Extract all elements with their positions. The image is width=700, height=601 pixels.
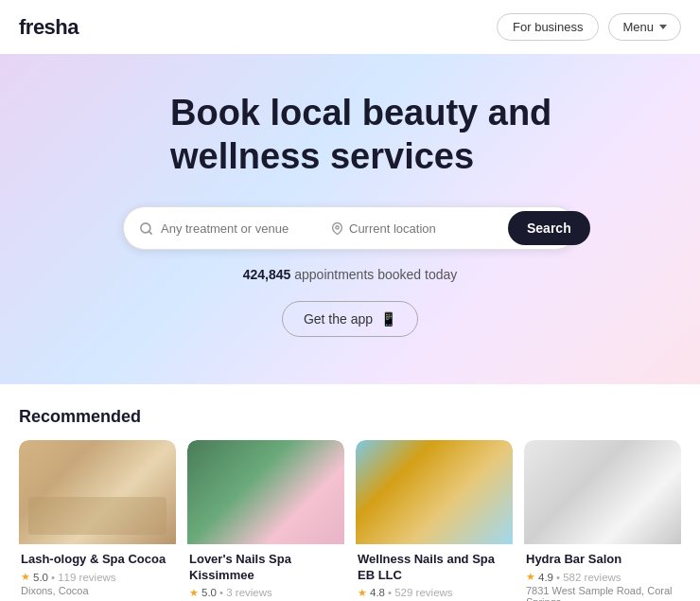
card-item[interactable]: Hydra Bar Salon ★ 4.9 • 582 reviews 7831… — [524, 440, 681, 601]
cards-row: Lash-ology & Spa Cocoa ★ 5.0 • 119 revie… — [19, 440, 681, 601]
search-input-wrap — [139, 221, 320, 236]
recommended-title: Recommended — [19, 407, 681, 427]
search-input[interactable] — [161, 221, 320, 236]
card-info: Hydra Bar Salon ★ 4.9 • 582 reviews 7831… — [524, 544, 681, 601]
logo: fresha — [19, 15, 79, 40]
card-address: Dixons, Cocoa — [21, 585, 174, 596]
star-icon: ★ — [526, 571, 535, 583]
location-icon — [331, 222, 343, 235]
chevron-down-icon — [659, 25, 667, 29]
card-info: Wellness Nails and Spa EB LLC ★ 4.8 • 52… — [356, 544, 513, 601]
hero-section: Book local beauty and wellness services … — [0, 54, 700, 384]
recommended-section: Recommended Lash-ology & Spa Cocoa ★ 5.0… — [0, 384, 700, 601]
card-rating: ★ 4.8 • 529 reviews — [358, 587, 511, 599]
card-image — [187, 440, 344, 544]
card-name: Lover's Nails Spa Kissimmee — [189, 552, 342, 584]
card-rating: ★ 4.9 • 582 reviews — [526, 571, 679, 583]
card-name: Hydra Bar Salon — [526, 552, 679, 568]
card-image — [19, 440, 176, 544]
get-app-button[interactable]: Get the app 📱 — [282, 301, 418, 337]
card-name: Lash-ology & Spa Cocoa — [21, 552, 174, 568]
card-item[interactable]: Lover's Nails Spa Kissimmee ★ 5.0 • 3 re… — [187, 440, 344, 601]
location-input[interactable] — [349, 221, 508, 236]
svg-line-1 — [149, 231, 151, 234]
navbar: fresha For business Menu — [0, 0, 700, 54]
phone-icon: 📱 — [380, 311, 396, 327]
card-info: Lash-ology & Spa Cocoa ★ 5.0 • 119 revie… — [19, 544, 176, 601]
search-icon — [139, 221, 153, 236]
star-icon: ★ — [358, 587, 367, 599]
hero-headline: Book local beauty and wellness services — [114, 92, 586, 178]
search-button[interactable]: Search — [508, 211, 590, 245]
appointments-count-text: 424,845 appointments booked today — [19, 267, 681, 282]
search-bar: Search — [123, 206, 577, 250]
menu-button[interactable]: Menu — [608, 13, 681, 41]
card-image — [356, 440, 513, 544]
svg-point-2 — [336, 225, 339, 228]
card-rating: ★ 5.0 • 119 reviews — [21, 571, 174, 583]
card-image — [524, 440, 681, 544]
star-icon: ★ — [21, 571, 30, 583]
star-icon: ★ — [189, 587, 199, 599]
card-item[interactable]: Wellness Nails and Spa EB LLC ★ 4.8 • 52… — [356, 440, 513, 601]
location-wrap — [331, 221, 508, 236]
card-rating: ★ 5.0 • 3 reviews — [189, 587, 342, 599]
for-business-button[interactable]: For business — [497, 13, 599, 41]
card-address: 7831 West Sample Road, Coral Springs — [526, 585, 679, 601]
card-item[interactable]: Lash-ology & Spa Cocoa ★ 5.0 • 119 revie… — [19, 440, 176, 601]
nav-right: For business Menu — [497, 13, 681, 41]
card-name: Wellness Nails and Spa EB LLC — [358, 552, 511, 584]
card-info: Lover's Nails Spa Kissimmee ★ 5.0 • 3 re… — [187, 544, 344, 601]
